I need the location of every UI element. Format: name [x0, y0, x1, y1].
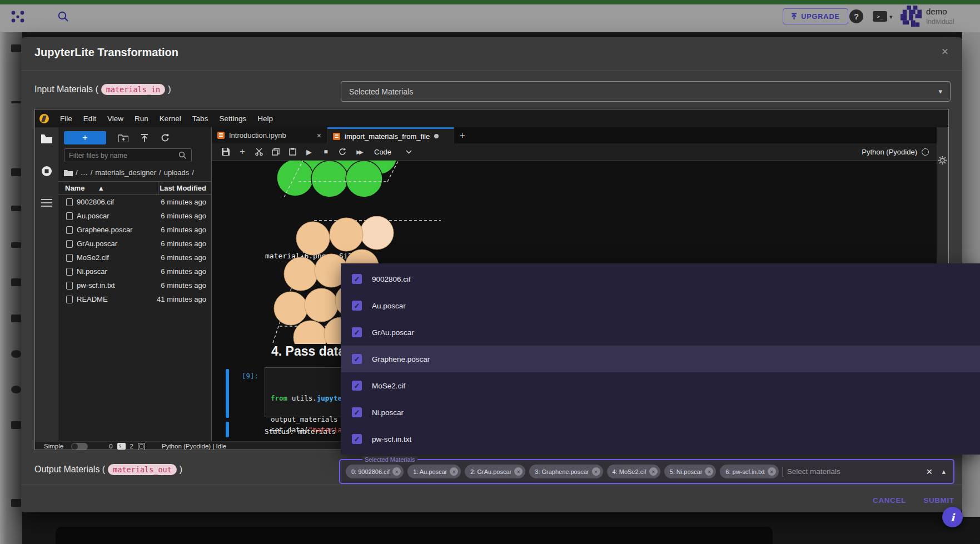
help-button[interactable]: ? [849, 9, 863, 23]
app-sidebar-icon[interactable] [11, 350, 21, 358]
app-sidebar-icon[interactable] [11, 101, 21, 103]
chip-delete-icon[interactable]: × [392, 467, 401, 476]
home-folder-icon[interactable] [64, 169, 73, 176]
chip-delete-icon[interactable]: × [450, 467, 458, 476]
menu-kernel[interactable]: Kernel [154, 114, 187, 123]
material-chip[interactable]: 6: pw-scf.in.txt× [720, 465, 778, 478]
restart-kernel-icon[interactable] [335, 146, 350, 158]
material-chip[interactable]: 0: 9002806.cif× [346, 465, 404, 478]
upgrade-button[interactable]: UPGRADE [783, 8, 848, 24]
checkbox-checked-icon[interactable]: ✓ [352, 327, 362, 337]
filter-files-input[interactable] [69, 152, 178, 159]
select-materials-input[interactable] [787, 467, 917, 476]
cell-collapser[interactable] [226, 422, 229, 437]
breadcrumb-segment[interactable]: uploads [164, 168, 190, 177]
search-icon[interactable] [57, 11, 69, 23]
file-browser-tab-icon[interactable] [41, 134, 53, 144]
stop-kernel-icon[interactable]: ■ [319, 146, 333, 158]
dropdown-option[interactable]: ✓Graphene.poscar [341, 346, 980, 372]
file-row[interactable]: Au.poscar6 minutes ago [58, 209, 212, 223]
cancel-button[interactable]: CANCEL [865, 492, 914, 508]
table-of-contents-tab-icon[interactable] [41, 198, 52, 207]
file-row[interactable]: MoSe2.cif6 minutes ago [58, 251, 212, 264]
insert-cell-icon[interactable]: + [235, 146, 250, 158]
dropdown-option[interactable]: ✓Ni.poscar [341, 399, 980, 426]
tab-import-materials-from-file[interactable]: import_materials_from_file [327, 127, 454, 143]
file-row[interactable]: Graphene.poscar6 minutes ago [58, 223, 212, 237]
checkbox-checked-icon[interactable]: ✓ [352, 301, 362, 311]
dropdown-option[interactable]: ✓GrAu.poscar [341, 319, 980, 346]
file-row[interactable]: pw-scf.in.txt6 minutes ago [58, 278, 212, 292]
checkbox-checked-icon[interactable]: ✓ [352, 354, 362, 364]
tab-introduction-ipynb[interactable]: Introduction.ipynb × [212, 127, 327, 143]
close-icon[interactable]: × [937, 44, 953, 59]
app-sidebar-icon[interactable] [11, 206, 21, 211]
kernel-status-text[interactable]: Python (Pyodide) | Idle [162, 443, 226, 450]
material-chip[interactable]: 2: GrAu.poscar× [465, 465, 525, 478]
column-name[interactable]: Name ▴ [58, 182, 158, 194]
selected-materials-select[interactable]: Selected Materials ▾ [341, 81, 951, 102]
app-logo[interactable] [11, 11, 24, 23]
app-sidebar-icon[interactable] [11, 168, 21, 176]
menu-run[interactable]: Run [129, 114, 154, 123]
save-icon[interactable] [218, 146, 233, 158]
submit-button[interactable]: SUBMIT [918, 492, 959, 508]
file-row[interactable]: README41 minutes ago [58, 292, 212, 306]
checkbox-checked-icon[interactable]: ✓ [352, 434, 362, 444]
chip-delete-icon[interactable]: × [514, 467, 523, 476]
dropdown-option[interactable]: ✓pw-scf.in.txt [341, 426, 980, 452]
menu-file[interactable]: File [54, 114, 78, 123]
refresh-icon[interactable] [161, 133, 170, 142]
menu-view[interactable]: View [102, 114, 129, 123]
avatar[interactable] [901, 6, 922, 27]
breadcrumb-segment[interactable]: materials_designer [95, 168, 156, 177]
paste-cells-icon[interactable] [285, 146, 300, 158]
cell-type-select[interactable]: Code [374, 148, 412, 156]
selected-materials-multiselect[interactable]: Selected Materials 0: 9002806.cif×1: Au.… [339, 459, 954, 484]
new-launcher-button[interactable]: + [64, 131, 106, 144]
app-sidebar-icon[interactable] [11, 44, 21, 52]
chip-delete-icon[interactable]: × [649, 467, 658, 476]
console-menu-button[interactable]: >_ [873, 11, 887, 22]
column-last-modified[interactable]: Last Modified [158, 184, 212, 192]
running-sessions-tab-icon[interactable] [41, 165, 53, 177]
property-inspector-gear-icon[interactable] [938, 156, 947, 164]
dropdown-option[interactable]: ✓MoSe2.cif [341, 372, 980, 399]
material-chip[interactable]: 5: Ni.poscar× [664, 465, 717, 478]
simple-mode-toggle[interactable] [71, 443, 88, 450]
material-chip[interactable]: 3: Graphene.poscar× [529, 465, 603, 478]
checkbox-checked-icon[interactable]: ✓ [352, 274, 362, 284]
material-chip[interactable]: 4: MoSe2.cif× [607, 465, 660, 478]
file-row[interactable]: GrAu.poscar6 minutes ago [58, 237, 212, 251]
menu-settings[interactable]: Settings [213, 114, 252, 123]
menu-help[interactable]: Help [252, 114, 278, 123]
clear-selection-icon[interactable]: × [921, 466, 938, 478]
copy-cells-icon[interactable] [268, 146, 283, 158]
file-row[interactable]: 9002806.cif6 minutes ago [58, 195, 212, 209]
app-sidebar-icon[interactable] [11, 315, 21, 322]
tab-close-icon[interactable]: × [317, 131, 321, 140]
chip-delete-icon[interactable]: × [705, 467, 713, 476]
new-folder-icon[interactable] [118, 134, 128, 142]
info-fab-button[interactable]: i [942, 507, 963, 527]
checkbox-checked-icon[interactable]: ✓ [352, 381, 362, 391]
new-tab-button[interactable]: + [454, 127, 471, 143]
dropdown-option[interactable]: ✓9002806.cif [341, 266, 980, 292]
kernel-indicator[interactable]: Python (Pyodide) [862, 148, 937, 156]
file-row[interactable]: Ni.poscar6 minutes ago [58, 264, 212, 278]
menu-tabs[interactable]: Tabs [187, 114, 214, 123]
chip-delete-icon[interactable]: × [592, 467, 600, 476]
upload-icon[interactable] [141, 134, 148, 142]
cell-collapser[interactable] [226, 369, 229, 418]
breadcrumb-segment[interactable]: … [81, 168, 88, 177]
checkbox-checked-icon[interactable]: ✓ [352, 407, 362, 417]
chevron-up-icon[interactable]: ▴ [942, 467, 948, 476]
app-sidebar-icon[interactable] [11, 242, 21, 248]
app-sidebar-icon[interactable] [11, 421, 21, 429]
menu-edit[interactable]: Edit [78, 114, 102, 123]
app-sidebar-icon[interactable] [11, 386, 21, 393]
app-sidebar-icon[interactable] [11, 278, 21, 286]
run-cell-icon[interactable]: ▶ [302, 146, 316, 158]
material-chip[interactable]: 1: Au.poscar× [407, 465, 461, 478]
app-sidebar-icon[interactable] [11, 499, 21, 507]
